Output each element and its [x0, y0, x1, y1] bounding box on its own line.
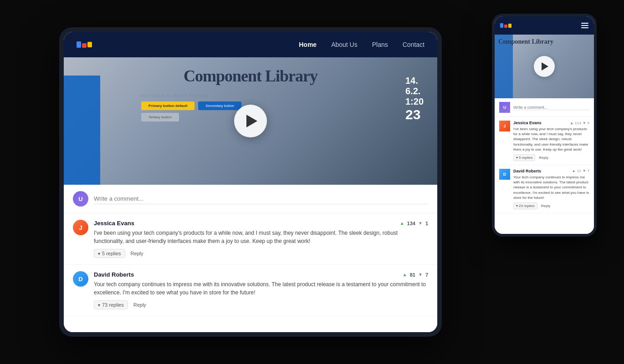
phone-vote-down-icon-1: ▼	[583, 121, 586, 125]
wireframe-section: BUTTONS & INPUT FIELDS	[114, 94, 387, 98]
phone-comment-2-downvotes: 7	[588, 169, 589, 173]
phone-comment-2-header: David Roberts ▲ 11 ▼ 7	[513, 169, 589, 173]
phone-comment-2-body: David Roberts ▲ 11 ▼ 7 Your tech company…	[513, 169, 589, 209]
phone-comment-2-upvotes: 11	[577, 169, 581, 173]
phone-comment-2-votes: ▲ 11 ▼ 7	[572, 169, 589, 173]
phone-comment-1-reply-link[interactable]: Reply	[539, 156, 548, 160]
phone-navbar	[495, 16, 594, 35]
phone-comment-input[interactable]	[513, 105, 589, 110]
comment-2-votes: ▲ 81 ▼ 7	[403, 272, 428, 278]
phone-comment-1-replies-btn[interactable]: ▾ 5 replies	[513, 154, 535, 161]
nav-item-plans[interactable]: Plans	[372, 40, 388, 49]
phone-comment-2-reply-link[interactable]: Reply	[541, 204, 550, 208]
table-row: D David Roberts ▲ 81 ▼ 7 Your te	[64, 265, 437, 316]
vote-up-icon: ▲	[400, 221, 404, 226]
stat-4: 23	[405, 107, 424, 122]
tablet-comments-section: U J Jessica Evans ▲ 134	[64, 185, 437, 332]
btn-gray: Tertiary button	[141, 113, 179, 121]
play-icon	[246, 115, 257, 127]
comment-1-replies-count: 5 replies	[102, 251, 121, 256]
current-user-avatar: U	[73, 191, 88, 207]
list-item: J Jessica Evans ▲ 114 ▼ 5 I've b	[495, 117, 594, 165]
phone-comment-1-replies-count: 5 replies	[519, 156, 532, 160]
phone-logo-red	[504, 25, 507, 28]
logo-blue	[77, 41, 81, 48]
phone-comment-2-actions: ▾ 23 replies Reply	[513, 202, 589, 209]
vote-down-icon-2: ▼	[418, 272, 423, 277]
phone-play-button[interactable]	[534, 56, 555, 77]
phone-comment-2-avatar: D	[499, 169, 510, 180]
comment-2-actions: ▾ 73 replies Reply	[94, 300, 428, 309]
phone-chevron-icon-1: ▾	[516, 156, 518, 160]
comment-1-body: Jessica Evans ▲ 134 ▼ 1 I've been using …	[94, 220, 428, 258]
stat-1: 14.	[405, 76, 424, 86]
phone-device: Component Library U J	[492, 14, 597, 237]
phone-screen: Component Library U J	[495, 16, 594, 234]
phone-vote-up-icon-2: ▲	[572, 169, 576, 173]
comment-1-avatar: J	[73, 220, 88, 235]
tablet-logo	[77, 41, 92, 48]
tablet-device: Home About Us Plans Contact Component Li…	[59, 27, 442, 337]
comment-1-upvotes: 134	[407, 221, 415, 226]
phone-logo	[500, 23, 511, 28]
phone-comment-1-text: I've been using your tech company's prod…	[513, 126, 589, 152]
comment-2-reply-link[interactable]: Reply	[133, 302, 146, 308]
comment-1-actions: ▾ 5 replies Reply	[94, 249, 428, 258]
phone-comment-2-replies-count: 23 replies	[519, 204, 535, 208]
nav-item-about[interactable]: About Us	[331, 40, 358, 49]
comment-2-header: David Roberts ▲ 81 ▼ 7	[94, 271, 428, 278]
vote-down-icon: ▼	[418, 221, 423, 226]
stat-3: 1:20	[405, 96, 424, 107]
comment-1-header: Jessica Evans ▲ 134 ▼ 1	[94, 220, 428, 227]
chevron-down-icon-2: ▾	[98, 303, 100, 308]
list-item: D David Roberts ▲ 11 ▼ 7 Your te	[495, 165, 594, 213]
phone-comment-2-replies-btn[interactable]: ▾ 23 replies	[513, 202, 537, 209]
comment-2-replies-btn[interactable]: ▾ 73 replies	[94, 300, 128, 309]
phone-comment-1-header: Jessica Evans ▲ 114 ▼ 5	[513, 121, 589, 125]
tablet-nav-links: Home About Us Plans Contact	[299, 40, 425, 49]
ham-line-3	[581, 27, 588, 28]
comment-1-avatar-img: J	[73, 220, 88, 235]
comment-1-downvotes: 1	[425, 221, 428, 226]
comment-2-replies-count: 73 replies	[102, 302, 124, 308]
phone-comment-1-avatar: J	[499, 121, 510, 131]
comment-1-votes: ▲ 134 ▼ 1	[400, 221, 428, 226]
phone-comment-1-downvotes: 5	[588, 121, 589, 125]
chevron-down-icon: ▾	[98, 251, 100, 256]
stat-2: 6.2.	[405, 86, 424, 96]
phone-video-area: Component Library	[495, 35, 594, 98]
phone-logo-yellow	[508, 24, 511, 28]
logo-yellow	[87, 42, 92, 47]
phone-comment-1-upvotes: 114	[575, 121, 581, 125]
phone-user-avatar-img: U	[499, 102, 510, 113]
phone-vote-up-icon-1: ▲	[570, 121, 573, 125]
hamburger-menu[interactable]	[581, 23, 588, 28]
phone-comments-section: U J Jessica Evans ▲ 114	[495, 98, 594, 234]
nav-item-home[interactable]: Home	[299, 40, 317, 49]
phone-wireframe-title: Component Library	[498, 38, 553, 46]
phone-comment-2-text: Your tech company continues to impress m…	[513, 175, 589, 200]
phone-comment-1-votes: ▲ 114 ▼ 5	[570, 121, 589, 125]
tablet-comment-input[interactable]	[94, 193, 428, 204]
phone-comment-1-avatar-img: J	[499, 121, 510, 131]
tablet-comment-input-row: U	[64, 185, 437, 213]
comment-1-reply-link[interactable]: Reply	[131, 251, 143, 256]
tablet-navbar: Home About Us Plans Contact	[64, 32, 437, 57]
comment-1-replies-btn[interactable]: ▾ 5 replies	[94, 249, 125, 258]
comment-2-avatar-img: D	[73, 271, 88, 287]
wireframe-title: Component Library	[114, 66, 387, 86]
btn-yellow: Primary button default	[141, 101, 194, 110]
stats-panel: 14. 6.2. 1:20 23	[405, 76, 424, 122]
comment-2-upvotes: 81	[410, 272, 415, 278]
tablet-play-button[interactable]	[234, 105, 267, 137]
phone-vote-down-icon-2: ▼	[583, 169, 586, 173]
comment-1-text: I've been using your tech company's prod…	[94, 229, 428, 245]
ham-line-2	[581, 25, 588, 26]
nav-item-contact[interactable]: Contact	[403, 40, 425, 49]
tablet-screen: Home About Us Plans Contact Component Li…	[64, 32, 437, 332]
current-user-avatar-img: U	[73, 191, 88, 207]
phone-comment-input-row: U	[495, 98, 594, 117]
phone-chevron-icon-2: ▾	[516, 204, 518, 208]
comment-2-body: David Roberts ▲ 81 ▼ 7 Your tech company…	[94, 271, 428, 309]
phone-comment-1-body: Jessica Evans ▲ 114 ▼ 5 I've been using …	[513, 121, 589, 161]
